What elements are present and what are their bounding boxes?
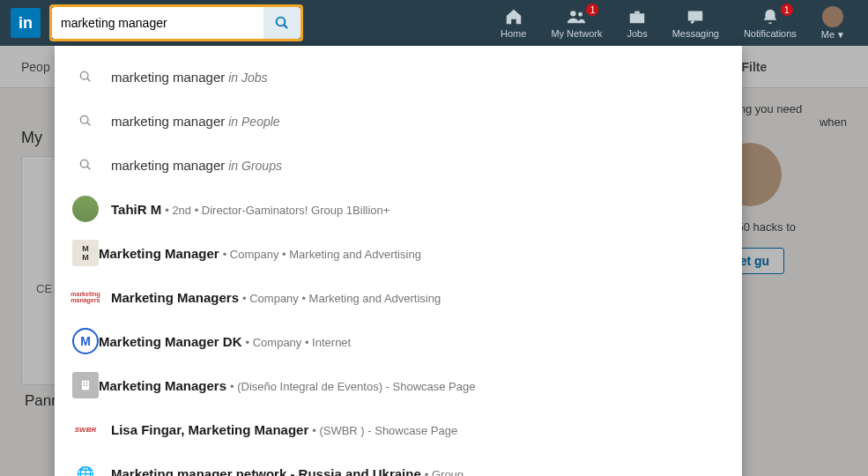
svg-point-8 (80, 115, 88, 123)
home-icon (504, 7, 523, 26)
suggestion-meta: • (Diseño Integral de Eventos) - Showcas… (230, 380, 475, 393)
nav-notifications[interactable]: 1 Notifications (731, 0, 809, 46)
group-icon: 🌐 (72, 460, 99, 476)
nav-home[interactable]: Home (488, 0, 538, 46)
suggestion-title: TahiR M (111, 202, 161, 217)
svg-point-10 (80, 160, 88, 167)
company-logo-icon: MM (72, 240, 99, 266)
svg-rect-4 (630, 13, 645, 23)
svg-line-11 (87, 167, 90, 169)
suggestion-term: marketing manager (111, 114, 225, 129)
suggestion-result-row[interactable]: marketingmanagersMarketing Managers • Co… (55, 275, 742, 319)
nav-label: Messaging (672, 28, 719, 39)
suggestion-scope-row[interactable]: marketing manager in Jobs (55, 55, 742, 99)
svg-rect-15 (84, 384, 85, 386)
company-logo-icon: marketingmanagers (72, 284, 99, 310)
suggestion-title: Lisa Fingar, Marketing Manager (111, 422, 308, 437)
bell-icon (760, 7, 780, 26)
search-icon (72, 152, 99, 178)
svg-rect-5 (688, 11, 703, 21)
suggestion-result-row[interactable]: SWBRLisa Fingar, Marketing Manager • (SW… (55, 407, 742, 451)
company-logo-icon: M (72, 328, 99, 354)
briefcase-icon (627, 7, 647, 26)
svg-rect-12 (82, 381, 89, 390)
suggestion-term: marketing manager (111, 70, 225, 85)
suggestion-title: Marketing Managers (111, 290, 239, 305)
svg-line-9 (87, 123, 90, 125)
suggestion-meta: • Company • Marketing and Advertising (223, 248, 421, 261)
message-icon (686, 7, 705, 26)
search-icon (72, 63, 99, 90)
search-suggestions-dropdown: marketing manager in Jobsmarketing manag… (55, 46, 742, 476)
suggestion-title: Marketing Manager DK (99, 334, 242, 349)
svg-point-3 (579, 12, 583, 17)
svg-point-0 (277, 18, 286, 26)
svg-rect-14 (86, 383, 88, 384)
suggestion-scope: in People (228, 115, 279, 129)
svg-line-1 (284, 25, 287, 28)
suggestion-result-row[interactable]: MMarketing Manager DK • Company • Intern… (55, 319, 742, 363)
suggestion-scope-row[interactable]: marketing manager in People (55, 99, 742, 143)
linkedin-logo[interactable]: in (11, 8, 41, 38)
suggestion-term: marketing manager (111, 158, 225, 173)
suggestion-result-row[interactable]: MMMarketing Manager • Company • Marketin… (55, 231, 742, 275)
svg-point-6 (80, 71, 88, 79)
company-logo-icon: SWBR (72, 416, 99, 443)
search-input[interactable] (52, 7, 263, 39)
suggestion-meta: • Group (425, 468, 464, 477)
badge-notifications: 1 (781, 4, 793, 16)
suggestion-meta: • Company • Internet (246, 336, 352, 349)
avatar (822, 6, 843, 27)
suggestion-result-row[interactable]: TahiR M • 2nd • Director-Gaminators! Gro… (55, 187, 742, 231)
nav-network[interactable]: 1 My Network (538, 0, 614, 46)
suggestion-result-row[interactable]: 🌐Marketing manager network - Russia and … (55, 451, 742, 476)
suggestion-meta: • (SWBR ) - Showcase Page (312, 424, 457, 437)
search-container (49, 4, 303, 41)
nav-label: My Network (551, 28, 602, 39)
people-icon (567, 7, 586, 26)
nav-label: Notifications (744, 28, 797, 39)
suggestion-scope-row[interactable]: marketing manager in Groups (55, 143, 742, 187)
nav-me[interactable]: Me▼ (809, 0, 857, 46)
nav-label: Me▼ (821, 29, 845, 40)
svg-rect-13 (84, 383, 85, 384)
suggestion-scope: in Jobs (228, 71, 267, 85)
nav-label: Home (501, 28, 526, 39)
nav-label: Jobs (627, 28, 647, 39)
suggestion-scope: in Groups (228, 159, 282, 173)
chevron-down-icon: ▼ (836, 30, 845, 40)
suggestion-title: Marketing Manager (99, 246, 219, 261)
showcase-icon (72, 372, 99, 398)
suggestion-result-row[interactable]: Marketing Managers • (Diseño Integral de… (55, 363, 742, 407)
primary-nav: Home 1 My Network Jobs Messaging 1 Notif… (488, 0, 857, 46)
topbar: in Home 1 My Network Jobs Messaging 1 No… (0, 0, 868, 46)
nav-messaging[interactable]: Messaging (660, 0, 731, 46)
suggestion-meta: • 2nd • Director-Gaminators! Group 1Bill… (165, 204, 389, 217)
search-icon (72, 108, 99, 134)
suggestion-title: Marketing manager network - Russia and U… (111, 466, 421, 477)
suggestion-title: Marketing Managers (99, 378, 226, 393)
nav-jobs[interactable]: Jobs (614, 0, 659, 46)
suggestion-meta: • Company • Marketing and Advertising (242, 292, 441, 305)
svg-rect-16 (86, 384, 88, 386)
svg-line-7 (87, 78, 90, 81)
svg-point-2 (571, 11, 576, 16)
badge-network: 1 (586, 4, 598, 16)
person-avatar-icon (72, 196, 99, 222)
search-icon (274, 15, 290, 31)
search-button[interactable] (263, 7, 300, 39)
